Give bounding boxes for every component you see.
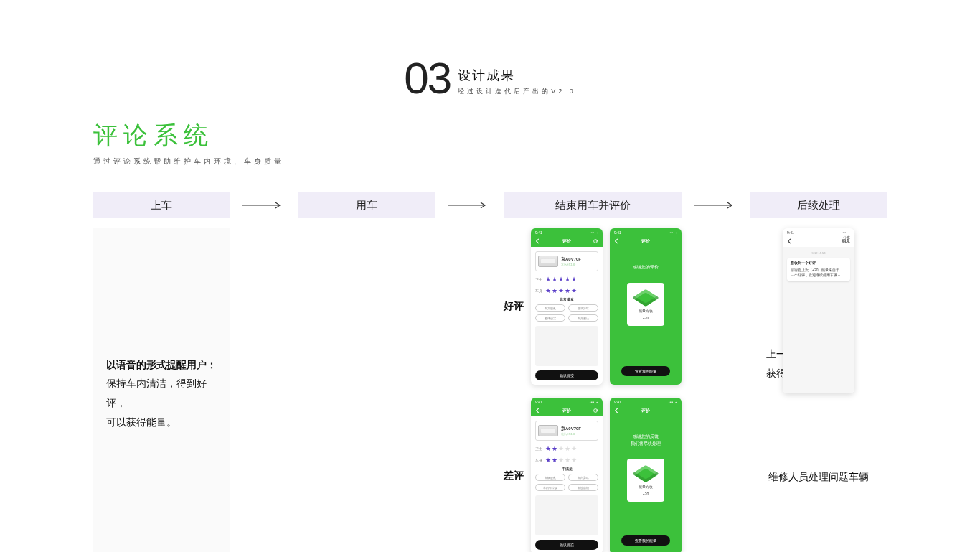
car-image [538, 425, 558, 436]
tag[interactable]: 空调异味 [568, 304, 598, 312]
back-icon[interactable] [614, 408, 620, 413]
section-subtitle: 通过评论系统帮助维护车内环境、车身质量 [93, 156, 887, 167]
status-bar: 9:41 ••• ⌁ [783, 228, 854, 235]
submit-button[interactable]: 确认提交 [535, 370, 598, 380]
refresh-icon[interactable] [593, 238, 598, 244]
stars-2: ★★★★★ [545, 445, 578, 452]
back-icon[interactable] [787, 238, 793, 244]
phone-header-title: 评价 [562, 408, 571, 414]
msg-date: 9-12 15:53 [787, 251, 850, 255]
signal-icon: ••• ⌁ [590, 230, 598, 235]
followup-bad-text: 维修人员处理问题车辆 [750, 467, 887, 487]
phone-header: 消息 分享 [783, 235, 854, 247]
flow-row: 上车 用车 结束用车并评价 后续处理 [93, 192, 887, 218]
flow-step-3: 结束用车并评价 [504, 192, 682, 218]
car-image [538, 256, 558, 267]
stars-5: ★★★★★ [545, 287, 578, 294]
cube-icon [632, 289, 659, 306]
phone-reward-good: 9:41 ••• ⌁ 评价 感谢您的评价 [610, 228, 682, 385]
phone-header-title: 评价 [641, 408, 650, 414]
header-title: 设计成果 [458, 67, 576, 84]
column-followup: 9:41 ••• ⌁ 消息 分享 9-12 15:53 您收到一个好评 [750, 228, 887, 552]
signal-icon: ••• ⌁ [842, 230, 850, 235]
status-bar: 9:41 ••• ⌁ [610, 398, 682, 405]
column-boarding: 以语音的形式提醒用户： 保持车内清洁，得到好评， 可以获得能量。 [93, 228, 230, 552]
rating-body[interactable]: 车身 ★★★★★ [535, 457, 598, 464]
phone-message: 9:41 ••• ⌁ 消息 分享 9-12 15:53 您收到一个好评 [783, 228, 854, 393]
tag[interactable]: 车辆脏乱 [535, 474, 565, 481]
phone-header: 评价 [531, 405, 603, 416]
rating-hygiene[interactable]: 卫生 ★★★★★ [535, 276, 598, 283]
remind-heading: 以语音的形式提醒用户： [106, 355, 217, 375]
header-number: 03 [404, 56, 451, 100]
comment-textarea[interactable] [535, 495, 598, 535]
phone-header-title: 评价 [562, 238, 571, 245]
view-energy-button[interactable]: 查看我的能量 [621, 366, 670, 376]
flow-step-4: 后续处理 [750, 192, 887, 218]
phone-reward-bad: 9:41 ••• ⌁ 评价 感谢您的反馈 [610, 398, 682, 552]
back-icon[interactable] [535, 408, 541, 413]
tag[interactable]: 有遗留物 [568, 484, 598, 491]
signal-icon: ••• ⌁ [590, 400, 598, 404]
stars-5: ★★★★★ [545, 276, 578, 283]
energy-card: 能量方块 +20 [627, 459, 664, 502]
car-plate: 京A0V70F [561, 426, 581, 432]
back-icon[interactable] [614, 238, 620, 244]
arrow-icon [230, 202, 298, 209]
car-card: 京A0V70F 北汽EC180 [535, 251, 598, 271]
thank-text: 感谢您的评价 [614, 264, 677, 271]
comment-textarea[interactable] [535, 326, 598, 366]
bad-label: 差评 [504, 469, 524, 482]
phone-header: 评价 [531, 235, 603, 247]
tag[interactable]: 车内异味 [568, 474, 598, 481]
energy-name: 能量方块 [639, 485, 653, 489]
arrow-icon [682, 202, 750, 209]
good-label: 好评 [504, 300, 524, 313]
tab-share[interactable]: 分享 [843, 235, 850, 240]
remind-line: 可以获得能量。 [106, 413, 217, 432]
cube-icon [632, 465, 659, 482]
car-card: 京A0V70F 北汽EC180 [535, 421, 598, 441]
energy-value: +20 [643, 316, 649, 320]
tag[interactable]: 车内有垃圾 [535, 484, 565, 491]
satisfaction-label: 不满意 [535, 467, 598, 471]
car-model: 北汽EC180 [561, 432, 581, 436]
arrow-icon [435, 202, 504, 209]
thank-text: 感谢您的反馈 我们将尽快处理 [614, 434, 677, 447]
section-heading: 评论系统 通过评论系统帮助维护车内环境、车身质量 [93, 119, 887, 167]
flow-step-2: 用车 [298, 192, 435, 218]
msg-line: 感谢您上次（+20）能量来自于 [791, 268, 847, 273]
status-bar: 9:41 ••• ⌁ [531, 398, 603, 405]
column-rating: 好评 9:41 ••• ⌁ 评价 [504, 228, 682, 552]
phone-header-title: 评价 [641, 238, 650, 245]
rating-bad-row: 差评 9:41 ••• ⌁ 评价 [504, 398, 682, 552]
satisfaction-label: 非常满意 [535, 297, 598, 301]
rating-hygiene[interactable]: 卫生 ★★★★★ [535, 445, 598, 452]
flow-step-1: 上车 [93, 192, 230, 218]
status-bar: 9:41 ••• ⌁ [610, 228, 682, 235]
tag[interactable]: 整体还需 [535, 314, 565, 322]
status-bar: 9:41 ••• ⌁ [531, 228, 603, 235]
energy-value: +20 [643, 492, 649, 496]
car-model: 北汽EC180 [561, 263, 581, 266]
rating-good-row: 好评 9:41 ••• ⌁ 评价 [504, 228, 682, 385]
energy-card: 能量方块 +20 [627, 283, 664, 326]
signal-icon: ••• ⌁ [669, 230, 677, 235]
section-title: 评论系统 [93, 119, 887, 152]
back-icon[interactable] [535, 238, 541, 244]
rating-body[interactable]: 车身 ★★★★★ [535, 287, 598, 294]
submit-button[interactable]: 确认提交 [535, 540, 598, 550]
phone-rating-good: 9:41 ••• ⌁ 评价 [531, 228, 603, 385]
energy-name: 能量方块 [639, 309, 653, 313]
message-bubble[interactable]: 您收到一个好评 感谢您上次（+20）能量来自于 一个好评，欢迎继续使用车辆～ [787, 258, 850, 281]
refresh-icon[interactable] [593, 408, 598, 413]
tag[interactable]: 车太脏乱 [535, 304, 565, 312]
tag[interactable]: 车身整洁 [568, 314, 598, 322]
stars-2: ★★★★★ [545, 457, 578, 464]
phone-rating-bad: 9:41 ••• ⌁ 评价 [531, 398, 603, 552]
remind-line: 保持车内清洁，得到好评， [106, 374, 217, 412]
phone-header: 评价 [610, 405, 682, 416]
view-energy-button[interactable]: 查看我的能量 [621, 535, 670, 546]
msg-title: 您收到一个好评 [791, 261, 847, 266]
page-header: 03 设计成果 经过设计迭代后产出的V2.0 [93, 56, 887, 100]
